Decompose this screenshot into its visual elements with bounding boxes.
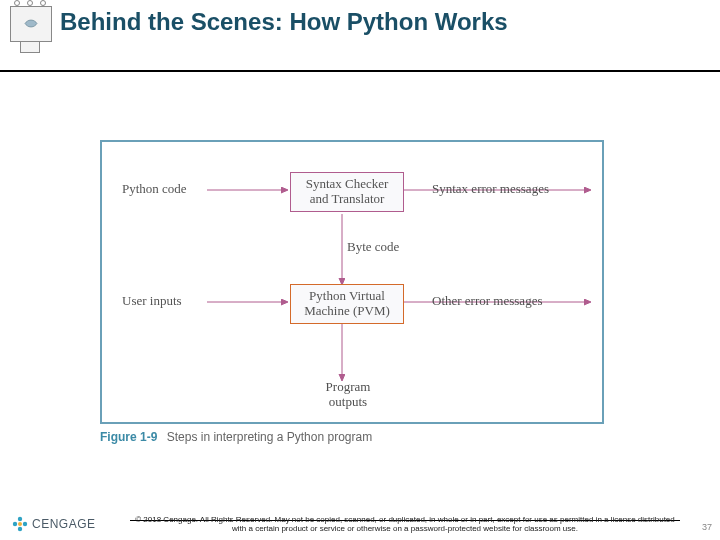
svg-point-11	[18, 522, 22, 526]
label-other-error: Other error messages	[432, 294, 597, 309]
svg-point-10	[18, 527, 22, 531]
python-process-diagram: Python code User inputs Syntax Checker a…	[100, 140, 604, 424]
label-user-inputs: User inputs	[122, 294, 207, 309]
page-number: 37	[702, 522, 712, 532]
svg-point-9	[23, 522, 27, 526]
label-program-outputs: Program outputs	[308, 380, 388, 410]
projector-icon	[10, 6, 50, 53]
flower-icon	[12, 516, 28, 532]
label-python-code: Python code	[122, 182, 207, 197]
label-syntax-error: Syntax error messages	[432, 182, 597, 197]
label-bytecode: Byte code	[347, 240, 417, 255]
figure-text: Steps in interpreting a Python program	[167, 430, 372, 444]
copyright-text: © 2018 Cengage. All Rights Reserved. May…	[130, 515, 680, 534]
figure-number: Figure 1-9	[100, 430, 157, 444]
svg-point-7	[18, 517, 22, 521]
box-pvm: Python Virtual Machine (PVM)	[290, 284, 404, 324]
svg-point-8	[13, 522, 17, 526]
slide-title: Behind the Scenes: How Python Works	[60, 8, 710, 36]
slide-header: Behind the Scenes: How Python Works	[0, 0, 720, 72]
box-syntax-checker: Syntax Checker and Translator	[290, 172, 404, 212]
figure-caption: Figure 1-9 Steps in interpreting a Pytho…	[100, 430, 372, 444]
brand-text: CENGAGE	[32, 517, 96, 531]
cengage-logo: CENGAGE	[12, 516, 96, 532]
